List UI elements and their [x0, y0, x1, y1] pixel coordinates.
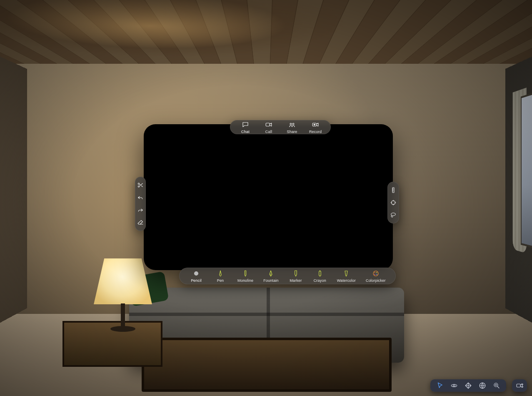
pencil-label: Pencil [191, 278, 202, 283]
colorpicker-icon [372, 270, 380, 277]
record-icon [312, 121, 319, 128]
colorpicker-label: Colorpicker [366, 278, 386, 283]
undo-button[interactable] [133, 194, 147, 201]
svg-point-4 [314, 124, 315, 125]
cursor-button[interactable] [436, 382, 444, 389]
chat-label: Chat [241, 130, 250, 134]
pen-label: Pen [217, 278, 224, 283]
chat-icon [242, 121, 249, 128]
crayon-tool[interactable]: Crayon [313, 270, 327, 283]
svg-point-1 [290, 123, 292, 125]
pan-button[interactable] [465, 382, 472, 389]
share-button[interactable]: Share [285, 121, 299, 134]
fountain-tool[interactable]: Fountain [263, 270, 279, 283]
monoline-tool[interactable]: Monoline [237, 270, 253, 283]
zoom-button[interactable] [493, 382, 500, 389]
right-wall [505, 0, 532, 396]
svg-point-15 [374, 274, 375, 275]
record-button[interactable]: Record [308, 121, 322, 134]
call-label: Call [265, 130, 272, 134]
video-icon [265, 121, 272, 128]
lasso-button[interactable] [386, 212, 400, 218]
share-icon [288, 121, 296, 128]
marker-icon [292, 270, 300, 277]
svg-point-12 [374, 272, 375, 273]
pencil-tool[interactable]: Pencil [189, 270, 203, 283]
canvas-window[interactable] [144, 124, 393, 270]
coffee-table [142, 338, 392, 392]
target-button[interactable] [386, 199, 400, 206]
edit-toolbar [135, 177, 146, 231]
ruler-button[interactable] [386, 187, 400, 193]
lasso-icon [390, 212, 397, 218]
capture-button[interactable] [512, 379, 527, 392]
orbit-button[interactable] [450, 382, 458, 389]
share-label: Share [287, 130, 297, 134]
marker-tool[interactable]: Marker [289, 270, 303, 283]
marker-label: Marker [290, 278, 302, 283]
collab-toolbar: Chat Call Share Record [230, 120, 331, 134]
pencil-icon [192, 270, 200, 277]
eraser-icon [137, 219, 144, 226]
fountain-icon [267, 270, 275, 277]
svg-point-10 [195, 271, 198, 275]
fountain-label: Fountain [263, 278, 279, 283]
ruler-icon [390, 187, 397, 193]
crayon-label: Crayon [314, 278, 326, 283]
call-button[interactable]: Call [262, 121, 276, 134]
pen-tool[interactable]: Pen [213, 270, 227, 283]
erase-button[interactable] [133, 219, 147, 226]
monoline-label: Monoline [237, 278, 253, 283]
svg-point-16 [453, 385, 455, 387]
record-label: Record [309, 130, 322, 134]
svg-rect-7 [392, 188, 394, 193]
tool-palette: Pencil Pen Monoline Fountain Marker Cray… [179, 268, 396, 284]
lamp [87, 258, 158, 342]
crayon-icon [316, 270, 324, 277]
svg-rect-20 [517, 384, 520, 387]
window [521, 89, 532, 251]
chat-button[interactable]: Chat [238, 121, 252, 134]
redo-icon [137, 207, 144, 213]
colorpicker-tool[interactable]: Colorpicker [366, 270, 386, 283]
capture-control [512, 379, 527, 392]
watercolor-label: Watercolor [337, 278, 356, 283]
svg-point-11 [373, 271, 378, 276]
monoline-icon [242, 270, 249, 277]
svg-point-13 [376, 272, 377, 273]
scissors-icon [137, 182, 144, 188]
cut-button[interactable] [133, 182, 147, 188]
watercolor-icon [342, 270, 350, 277]
redo-button[interactable] [133, 207, 147, 213]
system-controls [430, 379, 506, 392]
undo-icon [137, 194, 144, 201]
svg-point-14 [376, 274, 377, 275]
pen-icon [217, 270, 224, 277]
svg-point-2 [292, 123, 294, 125]
watercolor-tool[interactable]: Watercolor [337, 270, 356, 283]
view-toolbar [387, 182, 399, 223]
svg-rect-0 [266, 123, 270, 126]
globe-button[interactable] [479, 382, 486, 389]
target-icon [390, 199, 397, 206]
